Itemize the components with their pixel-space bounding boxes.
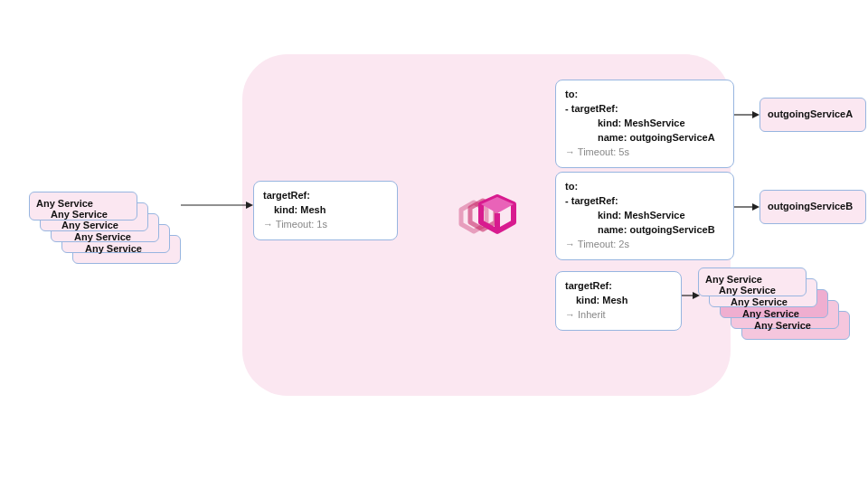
card-line: kind: Mesh [576, 295, 627, 305]
arrow-icon [181, 201, 253, 210]
svg-marker-7 [693, 292, 700, 299]
card-line: to: [565, 89, 578, 99]
card-line: name: outgoingServiceA [598, 132, 715, 143]
card-line: to: [565, 181, 578, 192]
arrow-icon [734, 110, 760, 119]
svg-marker-5 [752, 203, 760, 211]
svg-marker-3 [752, 111, 760, 118]
any-service-label: Any Service [742, 308, 799, 319]
svg-marker-1 [246, 202, 253, 209]
any-service-label: Any Service [61, 220, 118, 230]
outgoing-service-b-label: outgoingServiceB [768, 201, 853, 211]
arrow-icon [734, 202, 760, 211]
card-line: targetRef: [263, 190, 310, 201]
any-service-label: Any Service [731, 296, 788, 307]
card-line: → Timeout: 5s [565, 145, 724, 160]
mesh-logo-icon [441, 190, 521, 251]
any-service-label: Any Service [85, 243, 142, 254]
arrow-icon [682, 291, 700, 300]
any-service-label: Any Service [51, 209, 108, 220]
card-line: → Timeout: 1s [263, 218, 388, 232]
to-targetref-card-a: to: - targetRef: kind: MeshService name:… [555, 80, 734, 168]
any-service-label: Any Service [705, 274, 762, 285]
card-line: - targetRef: [565, 195, 618, 206]
any-service-label: Any Service [74, 231, 131, 242]
card-line: → Inherit [565, 308, 672, 323]
card-line: kind: MeshService [598, 210, 685, 221]
any-service-label: Any Service [36, 198, 93, 209]
targetref-mesh-card: targetRef: kind: Mesh → Timeout: 1s [253, 181, 398, 240]
any-service-label: Any Service [754, 320, 811, 331]
outgoing-service-a-label: outgoingServiceA [768, 108, 853, 119]
card-line: - targetRef: [565, 103, 618, 114]
card-line: kind: Mesh [274, 204, 326, 215]
card-line: kind: MeshService [598, 117, 685, 128]
to-targetref-card-b: to: - targetRef: kind: MeshService name:… [555, 172, 734, 260]
card-line: targetRef: [565, 280, 612, 291]
any-service-label: Any Service [719, 285, 776, 296]
card-line: name: outgoingServiceB [598, 224, 715, 235]
targetref-inherit-card: targetRef: kind: Mesh → Inherit [555, 271, 682, 331]
card-line: → Timeout: 2s [565, 238, 724, 252]
